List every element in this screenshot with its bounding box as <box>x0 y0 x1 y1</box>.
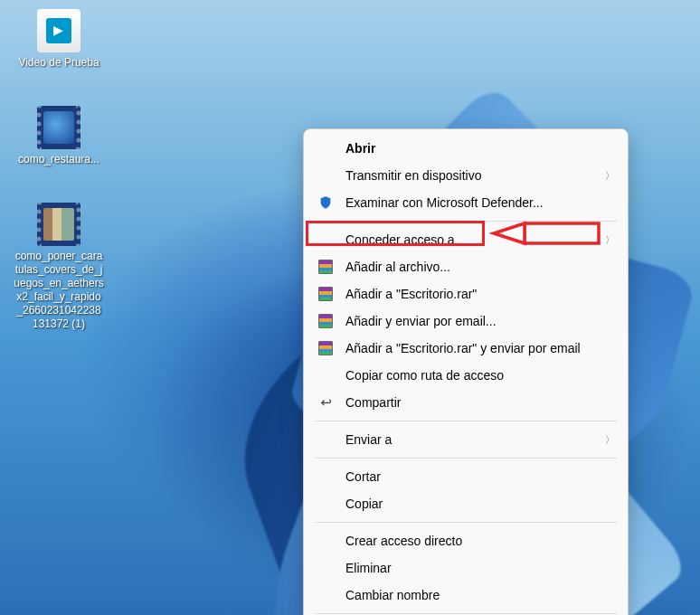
video-thumb-icon <box>37 106 80 149</box>
spacer-icon <box>317 366 335 384</box>
menu-item-share[interactable]: ↪ Compartir <box>304 389 628 416</box>
menu-label: Examinar con Microsoft Defender... <box>345 195 615 210</box>
spacer-icon <box>317 139 335 157</box>
menu-item-copy-as-path[interactable]: Copiar como ruta de acceso <box>304 362 628 389</box>
shield-icon <box>317 194 335 212</box>
video-thumb-icon <box>37 203 80 246</box>
menu-label: Eliminar <box>345 561 615 575</box>
spacer-icon <box>317 586 335 604</box>
menu-item-defender[interactable]: Examinar con Microsoft Defender... <box>304 189 628 216</box>
menu-label: Añadir a "Escritorio.rar" y enviar por e… <box>345 341 615 355</box>
menu-item-add-rar-send-email[interactable]: Añadir a "Escritorio.rar" y enviar por e… <box>304 335 628 362</box>
winrar-icon <box>317 258 335 276</box>
menu-item-open[interactable]: Abrir <box>304 135 628 162</box>
menu-item-add-send-email[interactable]: Añadir y enviar por email... <box>304 308 628 335</box>
winrar-icon <box>317 339 335 357</box>
menu-item-create-shortcut[interactable]: Crear acceso directo <box>304 527 628 554</box>
menu-label: Copiar <box>345 497 615 511</box>
icon-label: como_poner_caratulas_covers_de_juegos_en… <box>14 250 104 331</box>
menu-item-transmit[interactable]: Transmitir en dispositivo 〉 <box>304 162 628 189</box>
icon-label: como_restaura... <box>18 153 99 166</box>
desktop-icons-area: Video de Prueba como_restaura... como_po… <box>14 9 104 331</box>
menu-item-send-to[interactable]: Enviar a 〉 <box>304 426 628 453</box>
spacer-icon <box>317 430 335 449</box>
spacer-icon <box>317 532 335 550</box>
menu-separator <box>315 421 617 421</box>
share-icon: ↪ <box>317 393 335 412</box>
menu-item-grant-access[interactable]: Conceder acceso a 〉 <box>304 226 628 253</box>
menu-separator <box>315 458 617 459</box>
spacer-icon <box>317 166 335 184</box>
menu-item-copy[interactable]: Copiar <box>304 490 628 517</box>
menu-label: Cambiar nombre <box>345 588 615 602</box>
menu-label: Crear acceso directo <box>345 534 615 548</box>
desktop-icon-como-restaura[interactable]: como_restaura... <box>14 106 104 166</box>
menu-label: Abrir <box>345 141 615 156</box>
menu-label: Copiar como ruta de acceso <box>345 368 615 383</box>
icon-label: Video de Prueba <box>18 56 99 70</box>
chevron-right-icon: 〉 <box>605 233 615 247</box>
winrar-icon <box>317 312 335 330</box>
menu-label: Añadir al archivo... <box>345 260 615 274</box>
chevron-right-icon: 〉 <box>605 433 615 447</box>
spacer-icon <box>317 231 335 249</box>
desktop-icon-como-poner-caratulas[interactable]: como_poner_caratulas_covers_de_juegos_en… <box>14 203 104 331</box>
spacer-icon <box>317 468 335 486</box>
menu-label: Cortar <box>345 469 615 484</box>
menu-separator <box>315 221 617 222</box>
winrar-icon <box>317 285 335 303</box>
menu-separator <box>315 522 617 523</box>
video-file-icon <box>37 9 80 52</box>
menu-item-add-escritorio-rar[interactable]: Añadir a "Escritorio.rar" <box>304 280 628 308</box>
menu-separator <box>315 613 617 614</box>
menu-label: Conceder acceso a <box>345 232 598 247</box>
menu-item-cut[interactable]: Cortar <box>304 463 628 490</box>
menu-item-add-to-archive[interactable]: Añadir al archivo... <box>304 253 628 280</box>
menu-item-rename[interactable]: Cambiar nombre <box>304 582 628 609</box>
menu-label: Transmitir en dispositivo <box>345 168 598 183</box>
context-menu: Abrir Transmitir en dispositivo 〉 Examin… <box>303 128 629 615</box>
desktop-icon-video-prueba[interactable]: Video de Prueba <box>14 9 104 70</box>
menu-label: Compartir <box>345 395 615 410</box>
menu-label: Enviar a <box>345 432 598 447</box>
chevron-right-icon: 〉 <box>605 169 615 183</box>
menu-label: Añadir a "Escritorio.rar" <box>345 287 615 301</box>
menu-label: Añadir y enviar por email... <box>345 314 615 328</box>
menu-item-delete[interactable]: Eliminar <box>304 554 628 582</box>
spacer-icon <box>317 495 335 513</box>
spacer-icon <box>317 559 335 577</box>
